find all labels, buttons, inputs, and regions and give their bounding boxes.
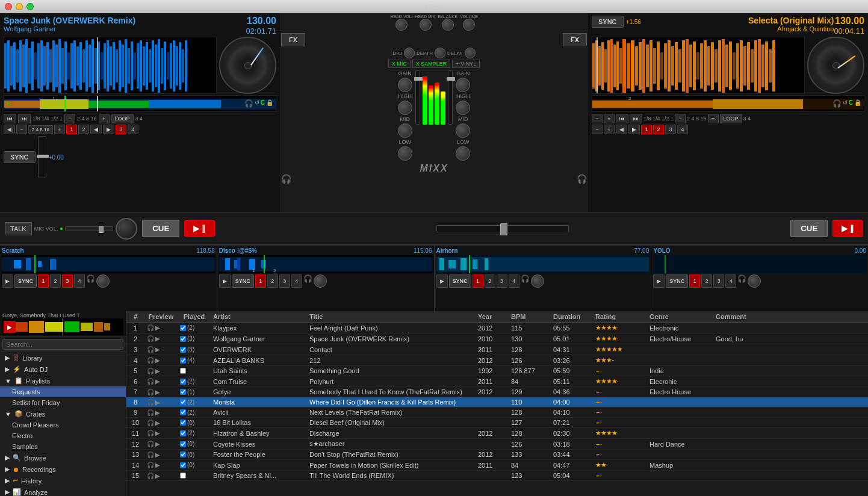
channel-fader-left[interactable] bbox=[415, 70, 420, 125]
track-checkbox[interactable] bbox=[180, 358, 186, 364]
prev-track-left[interactable]: ⏮ bbox=[4, 114, 16, 123]
prev-right[interactable]: ⏮ bbox=[616, 114, 628, 123]
plus2-left[interactable]: + bbox=[54, 125, 65, 134]
pitch-slider-left[interactable] bbox=[38, 136, 46, 178]
vinyl-btn[interactable]: + VINYL bbox=[452, 60, 480, 68]
track-rating[interactable]: ★★★★· bbox=[593, 377, 647, 385]
fx-btn-left[interactable]: FX bbox=[281, 33, 305, 46]
preview-play-icon[interactable]: ▶ bbox=[155, 462, 160, 468]
sampler-4-h3[interactable]: 3 bbox=[713, 274, 724, 288]
preview-play-icon[interactable]: ▶ bbox=[155, 441, 160, 447]
track-row[interactable]: 15 🎧 ▶ Britney Spears & Ni... Till The W… bbox=[126, 471, 868, 481]
track-row[interactable]: 8 🎧 ▶ (2) Monsta Where Did I Go (Dillon … bbox=[126, 397, 868, 408]
track-checkbox[interactable] bbox=[180, 325, 186, 331]
low-knob-right[interactable] bbox=[456, 146, 470, 161]
preview-headphone-icon[interactable]: 🎧 bbox=[147, 451, 154, 458]
preview-play-icon[interactable]: ▶ bbox=[155, 399, 160, 406]
track-row[interactable]: 14 🎧 ▶ (0) Kap Slap Paper Towels in Moti… bbox=[126, 460, 868, 471]
balance-knob[interactable] bbox=[442, 19, 454, 31]
play-btn-left[interactable]: ▶ ‖ bbox=[184, 220, 215, 237]
headphone-icon-left[interactable]: 🎧 bbox=[244, 99, 253, 108]
preview-play-icon[interactable]: ▶ bbox=[155, 368, 160, 374]
track-rating[interactable]: ★★★★· bbox=[593, 429, 647, 437]
track-rating[interactable]: ····· bbox=[593, 451, 647, 458]
sidebar-item-setlist[interactable]: Setlist for Friday bbox=[0, 397, 126, 408]
track-row[interactable]: 5 🎧 ▶ Utah Saints Something Good 1992 12… bbox=[126, 366, 868, 376]
mic-btn[interactable]: X MIC bbox=[388, 60, 411, 68]
sidebar-item-electro[interactable]: Electro bbox=[0, 430, 126, 441]
sampler-1-h2[interactable]: 2 bbox=[50, 274, 61, 288]
c-icon-right[interactable]: C bbox=[849, 99, 853, 108]
hotcue-3-left[interactable]: 3 bbox=[116, 125, 126, 134]
sampler-2-h3[interactable]: 3 bbox=[279, 274, 290, 288]
preview-play-icon[interactable]: ▶ bbox=[155, 346, 160, 353]
minus-right[interactable]: − bbox=[592, 114, 603, 123]
sampler-3-play[interactable]: ▶ bbox=[436, 274, 448, 288]
track-rating[interactable]: ····· bbox=[593, 388, 647, 395]
track-checkbox[interactable] bbox=[180, 462, 186, 468]
hotcue-3-right[interactable]: 3 bbox=[665, 125, 676, 134]
track-preview[interactable]: 🎧 ▶ bbox=[144, 409, 178, 416]
depth-knob[interactable] bbox=[435, 48, 445, 58]
track-preview[interactable]: 🎧 ▶ bbox=[144, 473, 178, 479]
col-header-comment[interactable]: Comment bbox=[713, 313, 804, 320]
volume-knob[interactable] bbox=[463, 19, 475, 31]
preview-headphone-icon[interactable]: 🎧 bbox=[147, 368, 154, 374]
plus-right[interactable]: + bbox=[604, 114, 615, 123]
master-fader-track[interactable] bbox=[436, 225, 569, 232]
track-checkbox[interactable] bbox=[180, 451, 186, 457]
minus3-right[interactable]: − bbox=[592, 125, 603, 134]
high-knob-left[interactable] bbox=[398, 101, 412, 115]
head-mix-knob[interactable] bbox=[420, 19, 432, 31]
lock-icon-right[interactable]: 🔒 bbox=[854, 99, 861, 108]
sampler-btn[interactable]: X SAMPLER bbox=[412, 60, 451, 68]
track-row[interactable]: 6 🎧 ▶ (2) Com Truise Polyhurt 2011 84 05… bbox=[126, 376, 868, 387]
minus2-right[interactable]: − bbox=[675, 114, 686, 123]
preview-headphone-icon[interactable]: 🎧 bbox=[147, 324, 154, 331]
sampler-2-sync[interactable]: SYNC bbox=[232, 274, 254, 288]
preview-headphone-icon[interactable]: 🎧 bbox=[147, 409, 154, 416]
sidebar-item-recordings[interactable]: ▶ ⏺ Recordings bbox=[0, 463, 126, 475]
hotcue-1-left[interactable]: 1 bbox=[66, 125, 77, 134]
play-btn-right[interactable]: ▶ ‖ bbox=[832, 220, 863, 237]
hotcue-4-left[interactable]: 4 bbox=[128, 125, 138, 134]
track-row[interactable]: 9 🎧 ▶ (2) Avicii Next Levels (TheFatRat … bbox=[126, 408, 868, 418]
preview-headphone-icon[interactable]: 🎧 bbox=[147, 357, 154, 364]
loop-btn-left[interactable]: LOOP bbox=[111, 114, 134, 123]
preview-play-icon[interactable]: ▶ bbox=[155, 324, 160, 331]
sampler-2-h2[interactable]: 2 bbox=[267, 274, 278, 288]
track-checkbox[interactable] bbox=[180, 379, 186, 385]
col-header-preview[interactable]: Preview bbox=[144, 313, 178, 320]
sampler-3-headphone[interactable]: 🎧 bbox=[521, 274, 530, 288]
track-row[interactable]: 13 🎧 ▶ (0) Foster the People Don't Stop … bbox=[126, 450, 868, 460]
plus-left[interactable]: + bbox=[99, 114, 110, 123]
sidebar-item-autodj[interactable]: ▶ ⚡ Auto DJ bbox=[0, 364, 126, 375]
col-header-bpm[interactable]: BPM bbox=[509, 313, 551, 320]
sampler-3-knob[interactable] bbox=[531, 274, 544, 288]
loop-btn-right[interactable]: LOOP bbox=[720, 114, 742, 123]
sampler-4-h2[interactable]: 2 bbox=[701, 274, 712, 288]
track-preview[interactable]: 🎧 ▶ bbox=[144, 441, 178, 447]
mic-vol-slider[interactable] bbox=[65, 226, 113, 231]
sampler-1-play[interactable]: ▶ bbox=[2, 274, 13, 288]
lock-icon-left[interactable]: 🔒 bbox=[266, 99, 273, 108]
sampler-4-knob[interactable] bbox=[748, 274, 761, 288]
track-checkbox[interactable] bbox=[180, 399, 186, 405]
preview-headphone-icon[interactable]: 🎧 bbox=[147, 420, 154, 426]
track-checkbox[interactable] bbox=[180, 389, 186, 395]
track-preview[interactable]: 🎧 ▶ bbox=[144, 430, 178, 436]
sidebar-item-crates[interactable]: ▼ 📦 Crates bbox=[0, 408, 126, 420]
track-rating[interactable]: ····· bbox=[593, 398, 647, 406]
track-checkbox[interactable] bbox=[180, 430, 186, 436]
sampler-1-h3[interactable]: 3 bbox=[62, 274, 73, 288]
hotcue-4-right[interactable]: 4 bbox=[677, 125, 688, 134]
hotcue-2-left[interactable]: 2 bbox=[78, 125, 89, 134]
preview-headphone-icon[interactable]: 🎧 bbox=[147, 399, 154, 406]
track-row[interactable]: 3 🎧 ▶ (3) OVERWERK Contact 2011 128 04:3… bbox=[126, 344, 868, 355]
sampler-1-h4[interactable]: 4 bbox=[74, 274, 85, 288]
preview-play-icon[interactable]: ▶ bbox=[155, 473, 160, 479]
col-header-rating[interactable]: Rating bbox=[593, 313, 647, 320]
sampler-4-h4[interactable]: 4 bbox=[725, 274, 736, 288]
next-right[interactable]: ⏭ bbox=[630, 114, 642, 123]
mid-knob-right[interactable] bbox=[456, 123, 470, 138]
